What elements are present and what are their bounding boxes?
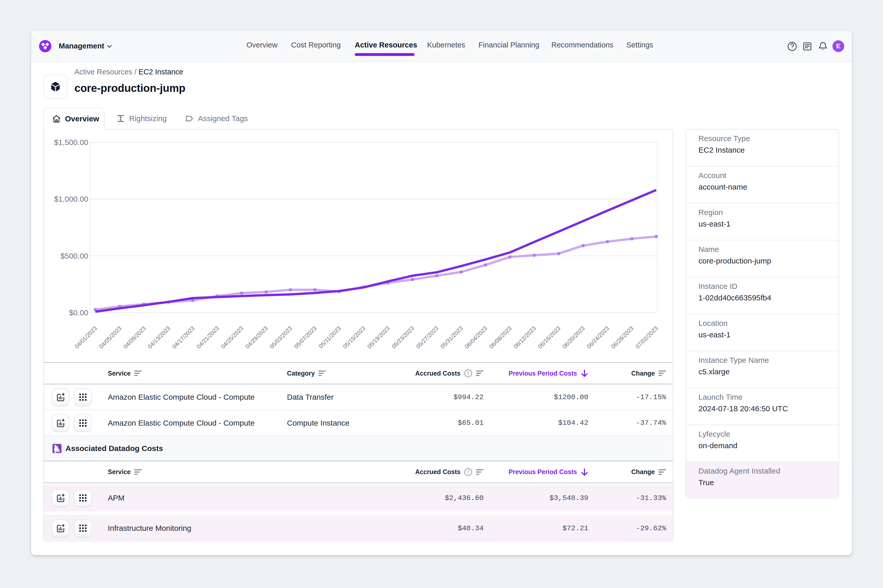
svg-text:04/21/2023: 04/21/2023 (195, 325, 220, 350)
svg-text:04/09/2023: 04/09/2023 (122, 325, 147, 350)
svg-text:04/13/2023: 04/13/2023 (147, 325, 171, 350)
svg-text:$1,500.00: $1,500.00 (54, 138, 88, 147)
svg-text:04/25/2023: 04/25/2023 (220, 325, 245, 350)
svg-text:06/24/2023: 06/24/2023 (586, 325, 610, 350)
svg-text:06/16/2023: 06/16/2023 (537, 325, 562, 350)
svg-text:04/01/2023: 04/01/2023 (74, 325, 98, 350)
svg-text:06/28/2023: 06/28/2023 (610, 325, 635, 350)
svg-text:$0.00: $0.00 (69, 308, 88, 317)
svg-text:05/07/2023: 05/07/2023 (293, 325, 318, 350)
svg-text:05/11/2023: 05/11/2023 (317, 325, 342, 350)
svg-text:$500.00: $500.00 (60, 252, 88, 260)
svg-text:05/19/2023: 05/19/2023 (366, 325, 391, 350)
svg-text:05/15/2023: 05/15/2023 (342, 325, 366, 350)
svg-text:07/02/2023: 07/02/2023 (634, 325, 659, 350)
svg-text:05/03/2023: 05/03/2023 (269, 325, 293, 350)
svg-text:$1,000.00: $1,000.00 (54, 195, 88, 203)
svg-text:04/29/2023: 04/29/2023 (244, 325, 269, 350)
svg-text:05/31/2023: 05/31/2023 (439, 325, 464, 350)
svg-text:04/05/2023: 04/05/2023 (98, 325, 123, 350)
svg-text:06/04/2023: 06/04/2023 (464, 325, 488, 350)
svg-text:06/12/2023: 06/12/2023 (512, 325, 537, 350)
svg-text:05/27/2023: 05/27/2023 (415, 325, 440, 350)
svg-text:06/08/2023: 06/08/2023 (488, 325, 513, 350)
svg-text:04/17/2023: 04/17/2023 (171, 325, 196, 350)
svg-text:05/23/2023: 05/23/2023 (390, 325, 415, 350)
svg-text:06/20/2023: 06/20/2023 (561, 325, 586, 350)
